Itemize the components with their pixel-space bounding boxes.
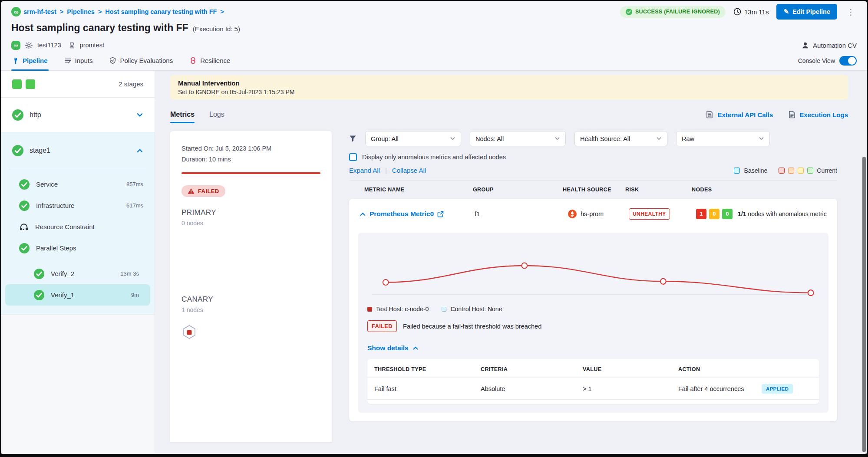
tab-metrics[interactable]: Metrics xyxy=(170,106,195,123)
show-details-link[interactable]: Show details xyxy=(367,344,819,352)
api-document-icon xyxy=(706,111,713,118)
chevron-up-icon[interactable] xyxy=(136,147,143,154)
execution-sidebar: 2 stages http stage1 Service 857ms xyxy=(1,71,155,454)
resource-constraint-icon xyxy=(19,223,29,231)
breadcrumb-separator: > xyxy=(60,8,63,15)
vertical-scrollbar[interactable] xyxy=(862,157,866,452)
prometheus-icon xyxy=(568,210,577,218)
summary-duration: Duration: 10 mins xyxy=(182,156,320,163)
step-parallel-steps[interactable]: Parallel Steps xyxy=(1,237,155,259)
data-mode-select[interactable]: Raw xyxy=(676,131,770,146)
threshold-criteria: Absolute xyxy=(481,385,583,392)
baseline-legend-swatch xyxy=(734,168,740,174)
step-verify-2[interactable]: Verify_2 13m 3s xyxy=(5,263,150,284)
col-action: ACTION xyxy=(678,366,810,372)
breadcrumb: ∞ srm-hf-test > Pipelines > Host samplin… xyxy=(11,5,857,18)
tab-inputs[interactable]: Inputs xyxy=(63,51,94,70)
health-source-name: hs-prom xyxy=(581,210,604,217)
filters-row: Group: All Nodes: All Health Source: All xyxy=(349,131,837,146)
execution-logs-link[interactable]: Execution Logs xyxy=(789,111,848,118)
check-circle-icon xyxy=(19,179,30,190)
nodes-summary-text: nodes with anomalous metric xyxy=(748,210,826,217)
baseline-legend-label: Baseline xyxy=(744,167,768,174)
threshold-value: > 1 xyxy=(583,385,678,392)
col-threshold-type: THRESHOLD TYPE xyxy=(374,366,481,372)
col-value: VALUE xyxy=(583,366,678,372)
tab-logs[interactable]: Logs xyxy=(209,106,224,123)
expand-all-link[interactable]: Expand All xyxy=(349,167,380,174)
check-circle-icon xyxy=(34,290,44,300)
chart-color-legend: Baseline Current xyxy=(734,167,837,174)
applied-badge: APPLIED xyxy=(762,384,793,394)
pencil-icon: ✎ xyxy=(783,8,789,16)
chevron-down-icon[interactable] xyxy=(136,112,143,118)
anomalous-only-label: Display only anomalous metrics and affec… xyxy=(362,154,506,161)
chevron-up-icon xyxy=(413,345,419,351)
stage-status-square xyxy=(26,79,35,89)
edit-pipeline-button[interactable]: ✎ Edit Pipeline xyxy=(776,4,837,20)
pipeline-icon xyxy=(12,57,19,64)
col-metric-name: METRIC NAME xyxy=(364,187,473,193)
nodes-summary-count: 1/1 xyxy=(738,210,746,217)
failed-status-pill: FAILED xyxy=(182,185,225,197)
canary-node-hexagon-icon[interactable] xyxy=(182,325,197,340)
banner-title: Manual Intervention xyxy=(178,79,840,87)
collapse-all-link[interactable]: Collapse All xyxy=(392,167,426,174)
check-circle-icon xyxy=(12,109,23,121)
stage-item-stage1[interactable]: stage1 xyxy=(1,132,155,169)
harness-module-icon: ∞ xyxy=(11,7,21,16)
primary-label: PRIMARY xyxy=(182,208,320,217)
test-host-label: Test Host: c-node-0 xyxy=(376,306,429,312)
anomalous-only-checkbox[interactable] xyxy=(349,153,357,161)
stage-item-http[interactable]: http xyxy=(1,98,155,132)
chevron-down-icon xyxy=(759,136,764,141)
console-view-toggle[interactable] xyxy=(839,56,857,66)
external-api-calls-link[interactable]: External API Calls xyxy=(706,111,773,118)
shield-check-icon xyxy=(109,57,116,64)
collapse-chevron-icon[interactable] xyxy=(360,211,366,217)
more-options-menu[interactable]: ⋮ xyxy=(845,8,857,16)
metric-chart xyxy=(367,239,819,304)
nodes-filter-select[interactable]: Nodes: All xyxy=(470,131,566,146)
success-check-icon xyxy=(626,9,632,15)
stage-status-square xyxy=(12,79,22,89)
tab-policy-evaluations[interactable]: Policy Evaluations xyxy=(108,51,174,70)
status-badge: SUCCESS (FAILURE IGNORED) xyxy=(620,6,726,18)
service-name: test1123 xyxy=(37,42,61,49)
check-circle-icon xyxy=(19,201,30,211)
app-window: ∞ srm-hf-test > Pipelines > Host samplin… xyxy=(0,0,868,457)
step-resource-constraint[interactable]: Resource Constraint xyxy=(1,216,155,237)
tab-pipeline[interactable]: Pipeline xyxy=(11,51,49,70)
current-yellow-swatch xyxy=(798,168,804,174)
step-verify-1[interactable]: Verify_1 9m xyxy=(5,284,150,306)
stage-count-label: 2 stages xyxy=(119,80,143,88)
user-icon xyxy=(801,41,809,49)
breadcrumb-pipelines-link[interactable]: Pipelines xyxy=(67,8,95,15)
group-filter-select[interactable]: Group: All xyxy=(365,131,461,146)
main-tabbar: Pipeline Inputs Policy Evaluations Resil… xyxy=(1,51,867,71)
chart-series-legend: Test Host: c-node-0 Control Host: None xyxy=(367,306,819,312)
expand-collapse-row: Expand All | Collapse All Baseline Curre… xyxy=(349,167,837,174)
service-module-icon: ∞ xyxy=(11,41,20,50)
healthy-node-count: 0 xyxy=(722,209,733,219)
breadcrumb-pipeline-link[interactable]: Host sampling canary testing with FF xyxy=(105,8,217,15)
tab-resilience[interactable]: Resilience xyxy=(188,51,231,70)
failed-node-count: 1 xyxy=(696,209,706,219)
step-details-content: Manual Intervention Set to IGNORE on 05-… xyxy=(155,71,867,454)
metric-name-link[interactable]: Prometheus Metric0 xyxy=(370,210,434,218)
col-risk: RISK xyxy=(625,187,692,193)
document-icon xyxy=(789,111,795,118)
test-host-series-line xyxy=(386,266,811,293)
col-health-source: HEALTH SOURCE xyxy=(563,187,625,193)
threshold-action: Fail after 4 occurrences xyxy=(678,385,744,392)
breadcrumb-project-link[interactable]: srm-hf-test xyxy=(23,8,56,15)
progress-bar-failed xyxy=(182,172,320,174)
step-infrastructure[interactable]: Infrastructure 617ms xyxy=(1,195,155,216)
execution-id: (Execution Id: 5) xyxy=(193,25,240,33)
divider: | xyxy=(385,167,387,174)
health-source-filter-select[interactable]: Health Source: All xyxy=(574,131,667,146)
metric-row[interactable]: Prometheus Metric0 f1 hs-prom UNHEALTHY … xyxy=(349,199,837,229)
current-red-swatch xyxy=(779,168,785,174)
step-service[interactable]: Service 857ms xyxy=(1,174,155,195)
external-link-icon[interactable] xyxy=(437,211,444,217)
